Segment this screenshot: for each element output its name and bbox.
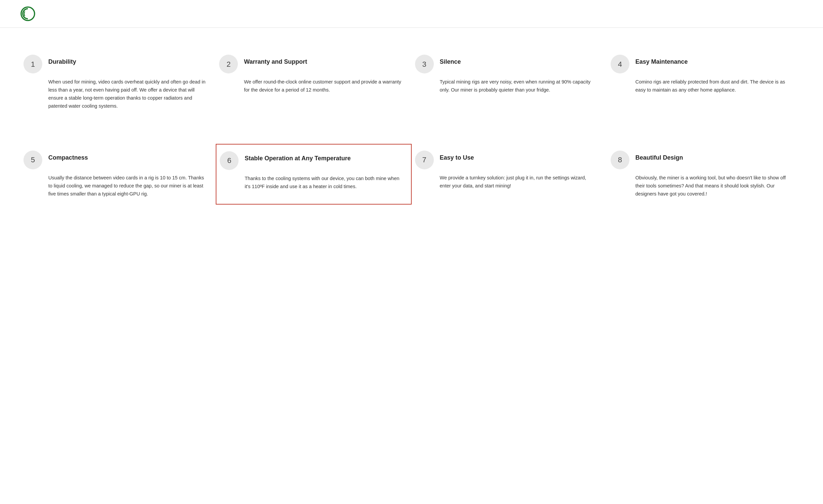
feature-title-4: Easy Maintenance (635, 55, 688, 66)
feature-title-1: Durability (48, 55, 76, 66)
feature-header-4: 4Easy Maintenance (611, 55, 793, 73)
feature-item-6: 6Stable Operation at Any TemperatureThan… (216, 144, 411, 205)
logo[interactable] (20, 6, 38, 21)
feature-title-3: Silence (440, 55, 461, 66)
feature-body-6: Thanks to the cooling systems with our d… (220, 175, 401, 191)
feature-body-4: Comino rigs are reliably protected from … (611, 78, 793, 94)
features-row-2: 5CompactnessUsually the distance between… (0, 144, 823, 218)
logo-icon (20, 6, 36, 21)
feature-number-8: 8 (611, 151, 629, 169)
features-row-1: 1DurabilityWhen used for mining, video c… (0, 28, 823, 130)
feature-title-2: Warranty and Support (244, 55, 307, 66)
feature-title-6: Stable Operation at Any Temperature (245, 151, 351, 162)
feature-number-7: 7 (415, 151, 434, 169)
feature-item-5: 5CompactnessUsually the distance between… (20, 144, 216, 205)
feature-number-1: 1 (23, 55, 42, 73)
feature-header-6: 6Stable Operation at Any Temperature (220, 151, 401, 170)
feature-header-1: 1Durability (23, 55, 206, 73)
feature-title-7: Easy to Use (440, 151, 474, 162)
feature-body-5: Usually the distance between video cards… (23, 174, 206, 198)
navbar (0, 0, 823, 28)
feature-body-8: Obviously, the miner is a working tool, … (611, 174, 793, 198)
feature-number-5: 5 (23, 151, 42, 169)
feature-number-3: 3 (415, 55, 434, 73)
feature-item-2: 2Warranty and SupportWe offer round-the-… (216, 48, 411, 117)
feature-item-1: 1DurabilityWhen used for mining, video c… (20, 48, 216, 117)
feature-item-3: 3SilenceTypical mining rigs are very noi… (412, 48, 607, 117)
feature-body-1: When used for mining, video cards overhe… (23, 78, 206, 110)
feature-number-4: 4 (611, 55, 629, 73)
feature-body-3: Typical mining rigs are very noisy, even… (415, 78, 597, 94)
feature-title-8: Beautiful Design (635, 151, 683, 162)
feature-number-2: 2 (219, 55, 238, 73)
feature-item-7: 7Easy to UseWe provide a turnkey solutio… (412, 144, 607, 205)
feature-item-8: 8Beautiful DesignObviously, the miner is… (607, 144, 803, 205)
feature-title-5: Compactness (48, 151, 88, 162)
feature-body-7: We provide a turnkey solution: just plug… (415, 174, 597, 190)
feature-item-4: 4Easy MaintenanceComino rigs are reliabl… (607, 48, 803, 117)
feature-header-2: 2Warranty and Support (219, 55, 401, 73)
feature-header-8: 8Beautiful Design (611, 151, 793, 169)
feature-header-5: 5Compactness (23, 151, 206, 169)
feature-number-6: 6 (220, 151, 239, 170)
feature-header-7: 7Easy to Use (415, 151, 597, 169)
feature-body-2: We offer round-the-clock online customer… (219, 78, 401, 94)
feature-header-3: 3Silence (415, 55, 597, 73)
